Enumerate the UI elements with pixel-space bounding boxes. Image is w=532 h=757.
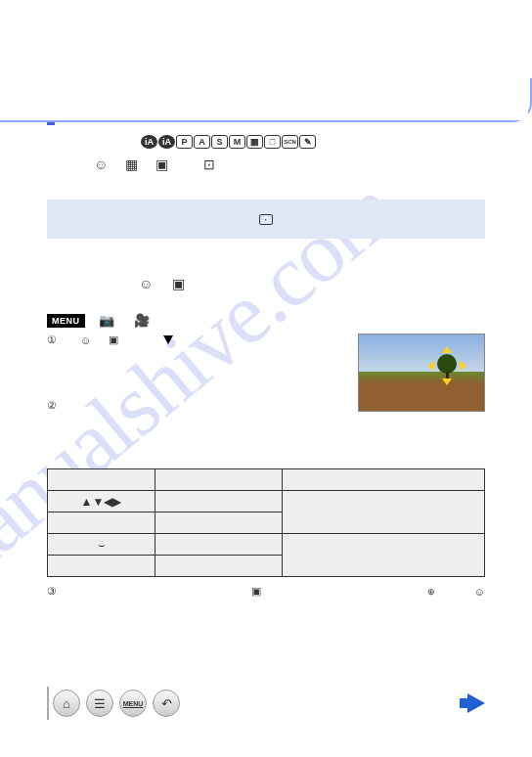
table-row [48, 469, 485, 491]
step-number-2: ② [47, 399, 57, 411]
table-row: ⌣ [48, 534, 485, 556]
mode-dial-row: iA iA P A S M ▦ □ SCN ✎ [141, 135, 485, 149]
menu-path: MENU 📷 🎥 [47, 313, 485, 328]
spot-af-icon: ⊡ [203, 156, 215, 172]
step-1: ① ☺ ▣ [47, 334, 485, 346]
single-af-icon: ▣ [251, 585, 261, 598]
multi-af-icon: ▦ [125, 156, 138, 172]
face-detect-icon: ☺ [474, 586, 485, 598]
table-cell [155, 491, 283, 512]
mode-C-icon: □ [264, 135, 281, 149]
footer-divider [47, 687, 49, 720]
table-cell [155, 534, 283, 556]
mode-iA-icon: iA [141, 135, 157, 149]
camera-icon: 📷 [99, 313, 114, 328]
table-cell [48, 512, 155, 534]
mode-movie-icon: ▦ [246, 135, 263, 149]
table-cell [48, 469, 155, 491]
dial-icon: ⌣ [48, 534, 155, 556]
plus-icon: ⊕ [427, 587, 435, 597]
page-content: iA iA P A S M ▦ □ SCN ✎ ☺ ▦ ▣ ⊡ ☺ ▣ MENU… [0, 78, 532, 598]
face-detect-icon: ☺ [80, 334, 91, 346]
af-area-icon [259, 214, 273, 225]
mode-A-icon: A [194, 135, 210, 149]
down-arrow-icon [163, 334, 173, 346]
mode-SCN-icon: SCN [282, 135, 298, 149]
single-af-icon: ▣ [109, 334, 118, 346]
movie-icon: 🎥 [134, 313, 150, 328]
mode-P-icon: P [176, 135, 193, 149]
table-cell [155, 512, 283, 534]
mode-M-icon: M [229, 135, 245, 149]
table-cell [283, 491, 485, 534]
af-target-overlay [433, 352, 461, 379]
preview-image [358, 334, 485, 412]
single-af-icon: ▣ [155, 156, 168, 172]
list-button[interactable]: ☰ [86, 690, 113, 717]
next-page-arrow[interactable] [467, 693, 485, 713]
step-number-3: ③ [47, 585, 57, 598]
mode-iAplus-icon: iA [158, 135, 175, 149]
table-row: ▲▼◀▶ [48, 491, 485, 512]
menu-button[interactable]: MENU [119, 690, 147, 717]
page-corner [0, 78, 532, 122]
cursor-keys-icon: ▲▼◀▶ [48, 491, 155, 512]
mode-creative-icon: ✎ [299, 135, 316, 149]
table-cell [283, 534, 485, 577]
highlight-box [47, 200, 485, 239]
footer-nav: ⌂ ☰ MENU ↶ [47, 687, 485, 720]
step-number-1: ① [47, 334, 57, 346]
table-cell [155, 556, 283, 577]
table-cell [155, 469, 283, 491]
home-button[interactable]: ⌂ [53, 690, 80, 717]
face-detect-icon: ☺ [139, 276, 153, 291]
step-3: ③ ▣ ⊕ ☺ [47, 585, 485, 598]
icon-row-2: ☺ ▣ [139, 276, 485, 291]
face-detect-icon: ☺ [94, 156, 108, 172]
af-mode-row: ☺ ▦ ▣ ⊡ [94, 156, 485, 172]
operation-table: ▲▼◀▶ ⌣ [47, 468, 485, 577]
table-cell [48, 556, 155, 577]
single-af-icon: ▣ [172, 276, 185, 291]
menu-label: MENU [47, 314, 85, 328]
back-button[interactable]: ↶ [153, 690, 180, 717]
mode-S-icon: S [211, 135, 228, 149]
table-cell [283, 469, 485, 491]
